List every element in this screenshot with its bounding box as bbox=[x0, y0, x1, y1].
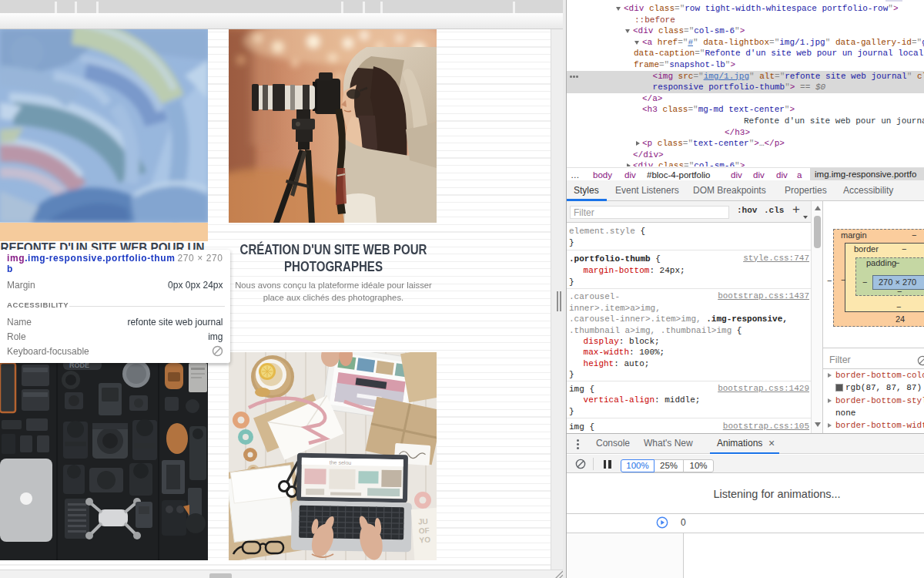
svg-text:RODE: RODE bbox=[69, 361, 89, 369]
svg-text:JU: JU bbox=[418, 517, 429, 526]
svg-text:YO: YO bbox=[419, 536, 430, 545]
svg-text:the selou: the selou bbox=[330, 459, 352, 465]
svg-text:OF: OF bbox=[418, 526, 430, 536]
